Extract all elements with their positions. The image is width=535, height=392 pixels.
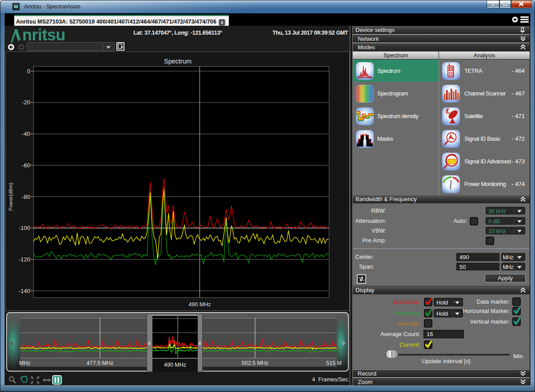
svg-text:-100: -100 (19, 225, 30, 231)
svg-text:515 M: 515 M (326, 360, 342, 366)
svg-text:Spectrum: Spectrum (164, 58, 192, 65)
svg-text:-40: -40 (22, 131, 30, 137)
svg-text:-140: -140 (19, 288, 30, 294)
svg-text:-60: -60 (22, 162, 30, 169)
svg-text:-120: -120 (19, 256, 30, 263)
svg-text:-20: -20 (22, 99, 30, 106)
svg-text:Power(dBm): Power(dBm) (8, 182, 13, 211)
svg-text:502.5 MHz: 502.5 MHz (242, 360, 268, 366)
svg-text:477.5 MHz: 477.5 MHz (87, 360, 113, 366)
svg-text:0: 0 (27, 68, 30, 75)
svg-text:490 MHz: 490 MHz (188, 301, 211, 308)
svg-text:-80: -80 (22, 194, 30, 200)
svg-text:MHz: MHz (19, 360, 31, 366)
